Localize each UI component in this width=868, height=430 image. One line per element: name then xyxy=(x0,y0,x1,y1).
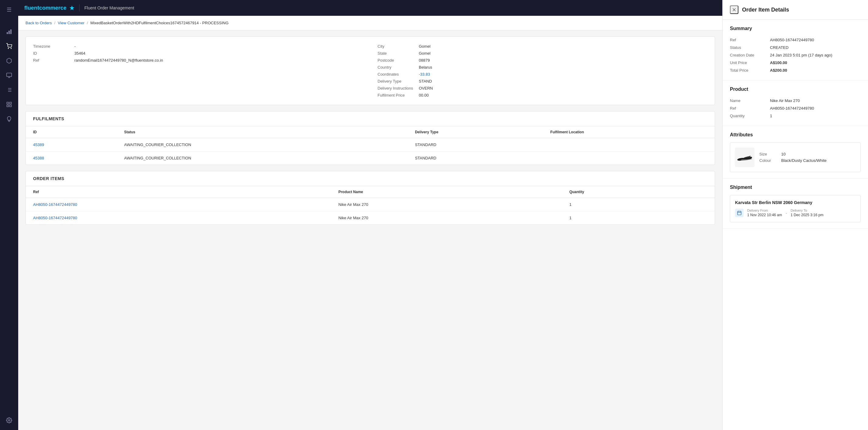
hamburger-icon[interactable]: ☰ xyxy=(3,4,15,16)
col-delivery-type: Delivery Type xyxy=(408,126,543,138)
fulfilment-id-cell: 45388 xyxy=(26,151,117,165)
coordinates-label: Coordinates xyxy=(377,72,414,77)
delivery-instructions-row: Delivery Instructions OVERN xyxy=(377,85,708,92)
nav-divider xyxy=(79,4,80,11)
panel-product-title: Product xyxy=(730,87,861,92)
panel-ref-row: Ref AH8050-1674472449780 xyxy=(730,36,861,44)
screen-icon[interactable] xyxy=(3,69,15,81)
fulfilment-price-label: Fulfilment Price xyxy=(377,93,414,97)
table-row: 45388 AWAITING_COURIER_COLLECTION STANDA… xyxy=(26,151,715,165)
size-label: Size xyxy=(760,152,778,156)
order-items-header: ORDER ITEMS xyxy=(26,171,715,186)
fulfilment-id-link[interactable]: 45388 xyxy=(33,156,44,160)
topnav: fluentcommerce Fluent Order Management xyxy=(18,0,722,16)
order-item-ref-cell: AH8050-1674472449780 xyxy=(26,198,331,211)
city-row: City Gomel xyxy=(377,43,708,50)
id-value: 35464 xyxy=(74,51,85,56)
order-items-table: Ref Product Name Quantity AH8050-1674472… xyxy=(26,186,715,224)
timezone-label: Timezone xyxy=(33,44,69,49)
delivery-instructions-value: OVERN xyxy=(419,86,433,90)
country-row: Country Belarus xyxy=(377,64,708,71)
timezone-row: Timezone - xyxy=(33,43,363,50)
col-ref: Ref xyxy=(26,186,331,198)
panel-attributes-section: Attributes Size 10 Colour Black/Dusty Ca… xyxy=(723,126,868,178)
state-value: Gomel xyxy=(419,51,430,56)
panel-creation-date-label: Creation Date xyxy=(730,53,766,57)
attribute-card: Size 10 Colour Black/Dusty Cactus/White xyxy=(730,142,861,172)
brand-name: fluentcommerce xyxy=(24,5,66,11)
table-row: AH8050-1674472449780 Nike Air Max 270 1 xyxy=(26,211,715,225)
table-row: 45389 AWAITING_COURIER_COLLECTION STANDA… xyxy=(26,138,715,151)
svg-rect-12 xyxy=(7,102,9,104)
breadcrumb-back-to-orders[interactable]: Back to Orders xyxy=(26,21,52,25)
cart-icon[interactable] xyxy=(3,40,15,52)
fulfilment-delivery-type-cell: STANDARD xyxy=(408,151,543,165)
order-info-left: Timezone - ID 35464 Ref randomEmail16744… xyxy=(26,37,370,105)
delivery-from-group: Delivery From 1 Nov 2022 10:46 am xyxy=(747,209,782,217)
col-id: ID xyxy=(26,126,117,138)
order-item-ref-link[interactable]: AH8050-1674472449780 xyxy=(33,216,77,220)
shipment-address: Karvata Str Berlin NSW 2060 Germany xyxy=(735,200,856,205)
delivery-instructions-label: Delivery Instructions xyxy=(377,86,414,90)
size-value: 10 xyxy=(781,152,785,156)
order-info-grid: Timezone - ID 35464 Ref randomEmail16744… xyxy=(26,37,715,105)
fulfilment-status-cell: AWAITING_COURIER_COLLECTION xyxy=(117,138,408,151)
panel-product-name-value: Nike Air Max 270 xyxy=(770,98,800,103)
panel-product-ref-label: Ref xyxy=(730,106,766,111)
grid-icon[interactable] xyxy=(3,98,15,111)
panel-creation-date-row: Creation Date 24 Jan 2023 5:01 pm (17 da… xyxy=(730,51,861,59)
breadcrumb-sep-2: / xyxy=(87,21,88,25)
col-status: Status xyxy=(117,126,408,138)
settings-icon[interactable] xyxy=(3,414,15,426)
city-value: Gomel xyxy=(419,44,430,49)
panel-total-price-label: Total Price xyxy=(730,68,766,73)
fulfilment-location-cell xyxy=(543,138,715,151)
fulfilment-price-value: 00.00 xyxy=(419,93,429,97)
box-icon[interactable] xyxy=(3,55,15,67)
calendar-icon xyxy=(735,209,744,217)
ref-label: Ref xyxy=(33,58,69,62)
panel-status-row: Status CREATED xyxy=(730,44,861,51)
list-icon[interactable] xyxy=(3,84,15,96)
order-item-quantity-cell: 1 xyxy=(562,211,715,225)
order-item-ref-link[interactable]: AH8050-1674472449780 xyxy=(33,202,77,207)
order-info-card: Timezone - ID 35464 Ref randomEmail16744… xyxy=(26,36,715,105)
fulfilment-delivery-type-cell: STANDARD xyxy=(408,138,543,151)
delivery-to-label: Delivery To xyxy=(790,209,824,212)
content-area: Timezone - ID 35464 Ref randomEmail16744… xyxy=(18,30,722,430)
breadcrumb-sep-1: / xyxy=(54,21,56,25)
shipment-dates: Delivery From 1 Nov 2022 10:46 am - Deli… xyxy=(735,209,856,217)
coordinates-value[interactable]: -33.83 xyxy=(419,72,430,77)
chart-icon[interactable] xyxy=(3,26,15,38)
delivery-to-value: 1 Dec 2025 3:16 pm xyxy=(790,213,824,217)
bulb-icon[interactable] xyxy=(3,113,15,125)
svg-rect-1 xyxy=(8,31,10,34)
panel-close-button[interactable] xyxy=(730,5,738,14)
order-item-product-name-cell: Nike Air Max 270 xyxy=(331,198,562,211)
panel-header: Order Item Details xyxy=(723,0,868,20)
date-separator: - xyxy=(786,211,787,215)
panel-product-section: Product Name Nike Air Max 270 Ref AH8050… xyxy=(723,81,868,126)
svg-point-3 xyxy=(8,48,9,49)
svg-rect-20 xyxy=(738,211,741,215)
delivery-from-value: 1 Nov 2022 10:46 am xyxy=(747,213,782,217)
panel-product-quantity-row: Quantity 1 xyxy=(730,112,861,120)
order-item-ref-cell: AH8050-1674472449780 xyxy=(26,211,331,225)
panel-product-name-row: Name Nike Air Max 270 xyxy=(730,97,861,105)
app-title: Fluent Order Management xyxy=(84,5,134,10)
state-row: State Gomel xyxy=(377,50,708,57)
breadcrumb-view-customer[interactable]: View Customer xyxy=(58,21,84,25)
svg-point-19 xyxy=(738,159,742,161)
logo: fluentcommerce xyxy=(24,5,74,11)
country-label: Country xyxy=(377,65,414,69)
fulfilment-status-cell: AWAITING_COURIER_COLLECTION xyxy=(117,151,408,165)
panel-unit-price-row: Unit Price A$100.00 xyxy=(730,59,861,66)
col-product-name: Product Name xyxy=(331,186,562,198)
panel-attributes-title: Attributes xyxy=(730,132,861,138)
fulfilment-id-link[interactable]: 45389 xyxy=(33,142,44,147)
panel-title: Order Item Details xyxy=(742,7,789,13)
postcode-value: 08879 xyxy=(419,58,430,62)
panel-shipment-title: Shipment xyxy=(730,184,861,190)
ref-row: Ref randomEmail1674472449780_N@fluentsto… xyxy=(33,57,363,64)
col-quantity: Quantity xyxy=(562,186,715,198)
